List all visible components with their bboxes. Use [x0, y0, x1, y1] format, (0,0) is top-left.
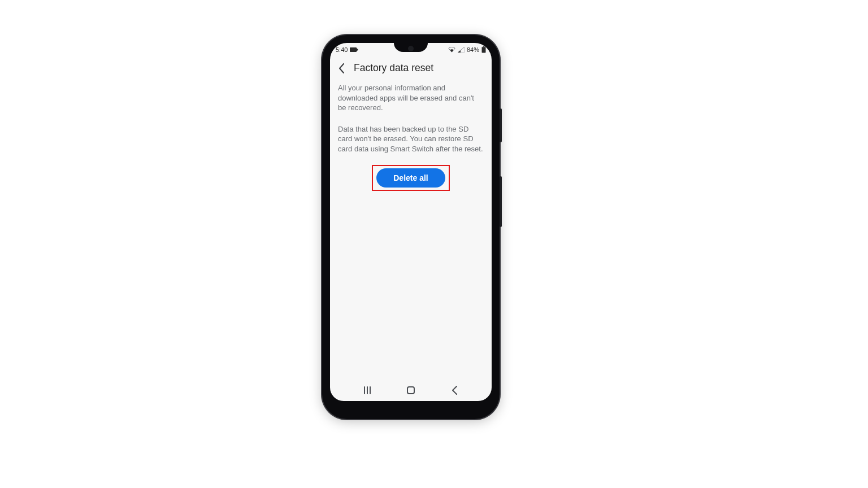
status-right: 84% [448, 46, 486, 53]
body-copy: All your personal information and downlo… [330, 81, 492, 154]
page-title: Factory data reset [354, 62, 433, 74]
status-time: 5:40 [336, 46, 348, 53]
svg-rect-0 [483, 46, 485, 47]
status-battery-text: 84% [467, 46, 479, 53]
action-wrap: Delete all [330, 165, 492, 191]
svg-rect-1 [482, 47, 486, 53]
phone-frame: 5:40 84% [322, 35, 500, 419]
battery-icon [481, 46, 486, 53]
phone-side-button [500, 108, 502, 142]
phone-screen: 5:40 84% [330, 43, 492, 401]
info-paragraph-1: All your personal information and downlo… [338, 83, 484, 113]
nav-recents-icon[interactable] [364, 386, 371, 394]
stage: 5:40 84% [0, 0, 868, 488]
nav-back-icon[interactable] [452, 386, 458, 395]
phone-notch [394, 43, 428, 52]
phone-side-button [500, 176, 502, 227]
tutorial-highlight-box: Delete all [372, 165, 450, 191]
info-paragraph-2: Data that has been backed up to the SD c… [338, 124, 484, 154]
back-icon[interactable] [336, 63, 347, 74]
signal-icon [458, 47, 465, 53]
app-header: Factory data reset [330, 56, 492, 81]
status-left: 5:40 [336, 46, 357, 53]
video-recording-icon [350, 47, 357, 52]
android-nav-bar [330, 380, 492, 401]
nav-home-icon[interactable] [407, 386, 415, 394]
wifi-icon [448, 47, 455, 53]
delete-all-button[interactable]: Delete all [376, 168, 445, 188]
